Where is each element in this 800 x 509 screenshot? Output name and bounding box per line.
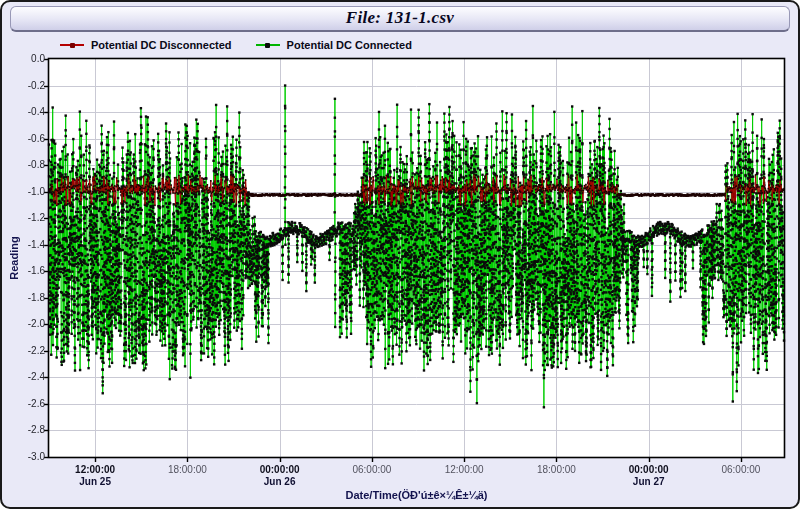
x-tick-time: 18:00:00 (521, 464, 591, 476)
x-tick-date: Jun 27 (614, 476, 684, 488)
y-tick-label: -3.0 (11, 451, 45, 462)
y-tick-label: 0.0 (11, 53, 45, 64)
x-tick-label: 00:00:00Jun 26 (245, 464, 315, 488)
x-tick-time: 12:00:00 (60, 464, 130, 476)
chart-window: File: 131-1.csv Potential DC Disconnecte… (0, 0, 800, 509)
x-tick-label: 18:00:00 (521, 464, 591, 476)
x-tick-label: 00:00:00Jun 27 (614, 464, 684, 488)
x-tick-time: 00:00:00 (245, 464, 315, 476)
y-tick-label: -2.2 (11, 345, 45, 356)
y-tick-label: -0.8 (11, 159, 45, 170)
x-tick-time: 06:00:00 (337, 464, 407, 476)
y-tick-label: -2.0 (11, 318, 45, 329)
x-tick-label: 06:00:00 (706, 464, 776, 476)
x-tick-date: Jun 26 (245, 476, 315, 488)
x-tick-date: Jun 25 (60, 476, 130, 488)
x-tick-time: 06:00:00 (706, 464, 776, 476)
y-tick-label: -2.4 (11, 371, 45, 382)
x-tick-time: 12:00:00 (429, 464, 499, 476)
y-tick-label: -0.2 (11, 80, 45, 91)
y-tick-label: -0.6 (11, 133, 45, 144)
x-tick-label: 18:00:00 (152, 464, 222, 476)
y-tick-label: -2.8 (11, 424, 45, 435)
x-tick-label: 12:00:00Jun 25 (60, 464, 130, 488)
y-axis-title: Reading (8, 218, 22, 298)
x-tick-time: 18:00:00 (152, 464, 222, 476)
y-tick-label: -0.4 (11, 106, 45, 117)
y-tick-label: -1.0 (11, 186, 45, 197)
x-tick-label: 12:00:00 (429, 464, 499, 476)
x-tick-label: 06:00:00 (337, 464, 407, 476)
x-tick-time: 00:00:00 (614, 464, 684, 476)
x-axis-title: Date/Time(ÖÐ'ú±ê×¼Ê±¼ä) (49, 489, 784, 501)
plot-canvas (2, 2, 800, 509)
y-tick-label: -2.6 (11, 398, 45, 409)
